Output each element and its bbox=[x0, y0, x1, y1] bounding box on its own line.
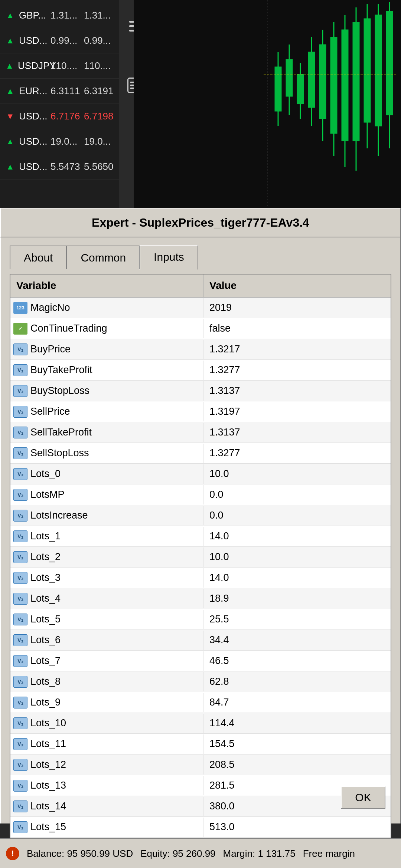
row-variable-name: V₂ SellPrice bbox=[10, 402, 203, 421]
row-variable-value[interactable]: 1.3277 bbox=[203, 361, 391, 379]
arrow-icon: ▲ bbox=[5, 36, 15, 46]
balance-text: Balance: 95 950.99 USD bbox=[27, 848, 133, 859]
row-variable-value[interactable]: 1.3197 bbox=[203, 402, 391, 421]
market-row[interactable]: ▲ USDJPY 110.... 110.... bbox=[0, 53, 119, 79]
table-row[interactable]: V₂ Lots_2 10.0 bbox=[10, 547, 391, 568]
status-indicator: ! bbox=[6, 847, 19, 860]
table-row[interactable]: V₂ Lots_0 10.0 bbox=[10, 464, 391, 484]
market-row[interactable]: ▲ USD... 0.99... 0.99... bbox=[0, 28, 119, 53]
table-header: Variable Value bbox=[10, 274, 391, 297]
market-row[interactable]: ▲ GBP... 1.31... 1.31... bbox=[0, 3, 119, 28]
row-variable-value[interactable]: 1.3277 bbox=[203, 444, 391, 463]
market-bid: 5.5473 bbox=[50, 161, 80, 172]
table-row[interactable]: V₂ SellPrice 1.3197 bbox=[10, 401, 391, 422]
table-row[interactable]: V₂ LotsMP 0.0 bbox=[10, 484, 391, 505]
market-row[interactable]: ▲ USD... 19.0... 19.0... bbox=[0, 129, 119, 154]
row-variable-value[interactable]: 18.9 bbox=[203, 589, 391, 608]
row-variable-value[interactable]: 2019 bbox=[203, 298, 391, 317]
row-variable-value[interactable]: 1.3137 bbox=[203, 423, 391, 442]
row-variable-value[interactable]: 513.0 bbox=[203, 818, 391, 836]
svg-rect-2 bbox=[275, 67, 281, 111]
type-icon-val: V₂ bbox=[13, 447, 27, 459]
tab-about[interactable]: About bbox=[10, 246, 67, 269]
table-row[interactable]: ✓ ConTinueTrading false bbox=[10, 318, 391, 339]
table-row[interactable]: V₂ Lots_12 208.5 bbox=[10, 754, 391, 775]
table-body: 123 MagicNo 2019 ✓ ConTinueTrading false… bbox=[10, 297, 391, 868]
type-icon-val: V₂ bbox=[13, 717, 27, 729]
row-variable-value[interactable]: 84.7 bbox=[203, 693, 391, 712]
variable-label: ConTinueTrading bbox=[30, 323, 107, 334]
market-ask: 1.31... bbox=[84, 10, 114, 21]
type-icon-val: V₂ bbox=[13, 593, 27, 605]
variable-label: Lots_2 bbox=[30, 551, 61, 563]
row-variable-value[interactable]: 14.0 bbox=[203, 527, 391, 546]
type-icon-val: V₂ bbox=[13, 510, 27, 522]
table-row[interactable]: V₂ Lots_3 14.0 bbox=[10, 568, 391, 588]
table-row[interactable]: V₂ BuyStopLoss 1.3137 bbox=[10, 381, 391, 401]
table-row[interactable]: V₂ Lots_14 380.0 bbox=[10, 796, 391, 817]
table-row[interactable]: V₂ Lots_15 513.0 bbox=[10, 817, 391, 838]
type-icon-val: V₂ bbox=[13, 385, 27, 397]
variable-label: BuyStopLoss bbox=[30, 385, 89, 397]
row-variable-name: V₂ Lots_10 bbox=[10, 714, 203, 733]
table-row[interactable]: V₂ Lots_6 34.4 bbox=[10, 630, 391, 651]
type-icon-val: V₂ bbox=[13, 572, 27, 584]
row-variable-value[interactable]: 0.0 bbox=[203, 506, 391, 525]
table-row[interactable]: V₂ Lots_7 46.5 bbox=[10, 651, 391, 671]
table-row[interactable]: V₂ Lots_8 62.8 bbox=[10, 671, 391, 692]
variable-label: Lots_5 bbox=[30, 614, 61, 625]
table-row[interactable]: V₂ Lots_4 18.9 bbox=[10, 588, 391, 609]
market-row[interactable]: ▼ USD... 6.7176 6.7198 bbox=[0, 104, 119, 129]
ok-button[interactable]: OK bbox=[341, 786, 385, 809]
variable-label: Lots_13 bbox=[30, 780, 66, 791]
dialog-body: About Common Inputs Variable Value 123 M… bbox=[0, 237, 401, 823]
market-bid: 6.3111 bbox=[50, 85, 80, 97]
type-icon-val: V₂ bbox=[13, 364, 27, 376]
type-icon-val: V₂ bbox=[13, 614, 27, 625]
table-row[interactable]: V₂ Lots_5 25.5 bbox=[10, 609, 391, 630]
arrow-icon: ▼ bbox=[5, 111, 15, 122]
table-row[interactable]: V₂ Lots_1 14.0 bbox=[10, 526, 391, 547]
variable-label: Lots_9 bbox=[30, 697, 61, 708]
table-row[interactable]: V₂ BuyTakeProfit 1.3277 bbox=[10, 360, 391, 381]
tab-inputs[interactable]: Inputs bbox=[140, 245, 198, 270]
row-variable-value[interactable]: 34.4 bbox=[203, 631, 391, 650]
table-row[interactable]: V₂ LotsIncrease 0.0 bbox=[10, 505, 391, 526]
table-row[interactable]: V₂ SellStopLoss 1.3277 bbox=[10, 443, 391, 464]
market-row[interactable]: ▲ USD... 5.5473 5.5650 bbox=[0, 154, 119, 180]
svg-rect-5 bbox=[286, 59, 293, 96]
tab-common[interactable]: Common bbox=[66, 246, 140, 269]
table-row[interactable]: V₂ Lots_11 154.5 bbox=[10, 734, 391, 754]
row-variable-value[interactable]: 154.5 bbox=[203, 734, 391, 753]
row-variable-value[interactable]: false bbox=[203, 319, 391, 338]
row-variable-value[interactable]: 208.5 bbox=[203, 755, 391, 774]
table-row[interactable]: V₂ Lots_9 84.7 bbox=[10, 692, 391, 713]
row-variable-name: V₂ Lots_13 bbox=[10, 776, 203, 795]
row-variable-value[interactable]: 14.0 bbox=[203, 568, 391, 587]
row-variable-name: V₂ BuyTakeProfit bbox=[10, 361, 203, 380]
arrow-icon: ▲ bbox=[5, 86, 15, 96]
table-row[interactable]: V₂ Lots_13 281.5 bbox=[10, 775, 391, 796]
row-variable-value[interactable]: 10.0 bbox=[203, 548, 391, 566]
svg-rect-11 bbox=[308, 52, 315, 108]
row-variable-value[interactable]: 62.8 bbox=[203, 672, 391, 691]
row-variable-value[interactable]: 10.0 bbox=[203, 464, 391, 483]
table-row[interactable]: V₂ BuyPrice 1.3217 bbox=[10, 339, 391, 360]
table-row[interactable]: V₂ Lots_10 114.4 bbox=[10, 713, 391, 734]
variable-label: LotsIncrease bbox=[30, 510, 88, 521]
variable-label: Lots_8 bbox=[30, 676, 61, 687]
table-row[interactable]: 123 MagicNo 2019 bbox=[10, 297, 391, 318]
row-variable-value[interactable]: 114.4 bbox=[203, 714, 391, 733]
type-icon-val: V₂ bbox=[13, 780, 27, 792]
row-variable-value[interactable]: 1.3217 bbox=[203, 340, 391, 359]
table-row[interactable]: V₂ SellTakeProfit 1.3137 bbox=[10, 422, 391, 443]
market-row[interactable]: ▲ EUR... 6.3111 6.3191 bbox=[0, 79, 119, 104]
row-variable-value[interactable]: 25.5 bbox=[203, 610, 391, 629]
row-variable-name: V₂ Lots_5 bbox=[10, 610, 203, 629]
row-variable-value[interactable]: 1.3137 bbox=[203, 381, 391, 400]
row-variable-value[interactable]: 0.0 bbox=[203, 485, 391, 504]
type-icon-val: V₂ bbox=[13, 821, 27, 833]
row-variable-name: V₂ SellStopLoss bbox=[10, 444, 203, 463]
row-variable-value[interactable]: 46.5 bbox=[203, 651, 391, 670]
variable-label: BuyTakeProfit bbox=[30, 364, 92, 376]
